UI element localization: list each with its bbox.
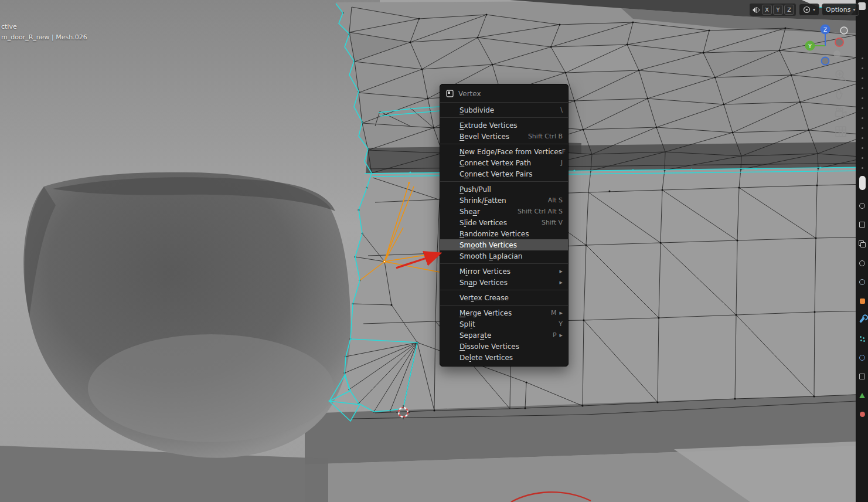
modifier-tab-icon [859, 317, 865, 323]
particles-tab[interactable] [860, 336, 865, 342]
menu-item-right: Shift Ctrl Alt S [518, 208, 563, 215]
strip-dot [862, 107, 863, 109]
data-tab[interactable] [859, 392, 865, 398]
material-tab[interactable] [860, 411, 865, 417]
navigation-gizmo[interactable]: Z Y [803, 22, 850, 72]
physics-tab[interactable] [859, 355, 865, 361]
strip-dot [862, 97, 863, 99]
menu-item-right: Y [559, 320, 563, 328]
grid-ortho-icon[interactable] [833, 124, 848, 139]
context-menu-title: Vertex [458, 90, 481, 98]
menu-item-bevel-vertices[interactable]: Bevel VerticesShift Ctrl B [440, 131, 568, 142]
output-tab[interactable] [859, 222, 865, 228]
world-tab[interactable] [859, 279, 865, 285]
constraints-tab[interactable] [859, 374, 865, 379]
gizmo-neg-y-axis[interactable] [833, 50, 840, 57]
menu-item-subdivide[interactable]: Subdivide\ [440, 104, 568, 116]
strip-dot [862, 57, 863, 59]
camera-view-icon[interactable] [833, 106, 848, 120]
menu-item-vertex-crease[interactable]: Vertex Crease [440, 292, 568, 303]
tool-tab[interactable] [859, 176, 866, 190]
menu-item-label: Vertex Crease [459, 294, 509, 302]
strip-dot [862, 87, 863, 89]
strip-dot [862, 157, 863, 159]
menu-item-shrink-fatten[interactable]: Shrink/FattenAlt S [440, 195, 568, 206]
viewport-canvas[interactable] [0, 0, 868, 502]
menu-item-connect-vertex-pairs[interactable]: Connect Vertex Pairs [440, 168, 568, 179]
chevron-down-icon: ▾ [853, 7, 855, 12]
menu-item-push-pull[interactable]: Push/Pull [440, 184, 568, 195]
menu-item-new-edge-face-from-vertices[interactable]: New Edge/Face from VerticesF [440, 146, 568, 157]
object-tab-icon [860, 299, 865, 304]
vertex-menu-icon [446, 90, 454, 97]
context-menu-items: Subdivide\Extrude VerticesBevel Vertices… [440, 104, 568, 363]
strip-dot [862, 77, 863, 79]
options-dropdown[interactable]: Options ▾ [822, 4, 859, 16]
menu-separator [440, 144, 568, 144]
scene-tab-icon [859, 260, 865, 266]
mirror-y-button[interactable]: Y [773, 5, 783, 15]
mirror-z-button[interactable]: Z [784, 5, 794, 15]
chevron-down-icon: ▾ [813, 7, 815, 12]
gizmo-neg-x-axis[interactable] [840, 27, 847, 34]
render-tab[interactable] [859, 203, 865, 209]
menu-item-label: Subdivide [459, 106, 494, 114]
menu-item-right: J [561, 159, 563, 167]
menu-item-shortcut: \ [560, 106, 563, 114]
menu-item-label: New Edge/Face from Vertices [459, 148, 562, 156]
menu-item-shortcut: Shift Ctrl Alt S [518, 208, 563, 215]
menu-item-label: Dissolve Vertices [459, 342, 519, 351]
menu-item-smooth-laplacian[interactable]: Smooth Laplacian [440, 250, 568, 262]
render-tab-icon [859, 203, 865, 209]
menu-item-dissolve-vertices[interactable]: Dissolve Vertices [440, 341, 568, 352]
material-tab-icon [860, 412, 865, 417]
menu-item-smooth-vertices[interactable]: Smooth Vertices [440, 239, 568, 250]
strip-dot [862, 167, 863, 169]
strip-dot [862, 147, 863, 149]
viewport-info-text: ctive m_door_R_new | Mesh.026 [1, 22, 87, 43]
zoom-icon[interactable] [833, 68, 848, 83]
menu-item-connect-vertex-path[interactable]: Connect Vertex PathJ [440, 157, 568, 168]
modifier-tab[interactable] [861, 317, 863, 323]
menu-item-label: Connect Vertex Pairs [459, 170, 532, 178]
active-object-text: m_door_R_new | Mesh.026 [1, 32, 87, 43]
gizmo-neg-z-axis[interactable] [822, 57, 829, 65]
viewlayer-tab[interactable] [859, 240, 866, 247]
menu-item-right: P▶ [553, 331, 563, 339]
menu-item-label: Mirror Vertices [459, 267, 510, 276]
menu-item-shortcut: Shift V [542, 219, 563, 226]
output-tab-icon [859, 222, 865, 228]
menu-item-randomize-vertices[interactable]: Randomize Vertices [440, 228, 568, 239]
properties-tabs [856, 176, 868, 417]
menu-item-label: Shrink/Fatten [459, 196, 506, 205]
menu-item-label: Delete Vertices [459, 354, 513, 362]
menu-item-shear[interactable]: ShearShift Ctrl Alt S [440, 206, 568, 217]
menu-item-delete-vertices[interactable]: Delete Vertices [440, 352, 568, 363]
object-tab[interactable] [860, 298, 865, 304]
menu-item-extrude-vertices[interactable]: Extrude Vertices [440, 120, 568, 131]
menu-item-shortcut: J [561, 159, 563, 167]
strip-dot [862, 137, 863, 139]
proportional-editing-button[interactable]: ▾ [799, 4, 819, 16]
submenu-arrow-icon: ▶ [560, 333, 563, 338]
svg-text:Y: Y [808, 43, 812, 49]
menu-item-mirror-vertices[interactable]: Mirror Vertices▶ [440, 266, 568, 277]
menu-item-separate[interactable]: SeparateP▶ [440, 330, 568, 341]
menu-item-label: Snap Vertices [459, 279, 508, 287]
data-tab-icon [859, 393, 865, 398]
menu-item-label: Merge Vertices [459, 309, 512, 317]
menu-item-snap-vertices[interactable]: Snap Vertices▶ [440, 277, 568, 288]
menu-item-slide-vertices[interactable]: Slide VerticesShift V [440, 217, 568, 228]
submenu-arrow-icon: ▶ [560, 269, 563, 274]
menu-item-split[interactable]: SplitY [440, 318, 568, 330]
pan-hand-icon[interactable] [833, 87, 848, 101]
menu-separator [440, 263, 568, 264]
strip-dot [862, 117, 863, 119]
gizmo-x-axis[interactable] [835, 38, 843, 46]
menu-item-label: Extrude Vertices [459, 121, 518, 130]
viewlayer-tab-icon [859, 240, 864, 246]
mirror-x-button[interactable]: X [762, 5, 772, 15]
menu-item-merge-vertices[interactable]: Merge VerticesM▶ [440, 307, 568, 318]
vertex-context-menu: Vertex Subdivide\Extrude VerticesBevel V… [440, 84, 569, 367]
scene-tab[interactable] [859, 260, 865, 266]
